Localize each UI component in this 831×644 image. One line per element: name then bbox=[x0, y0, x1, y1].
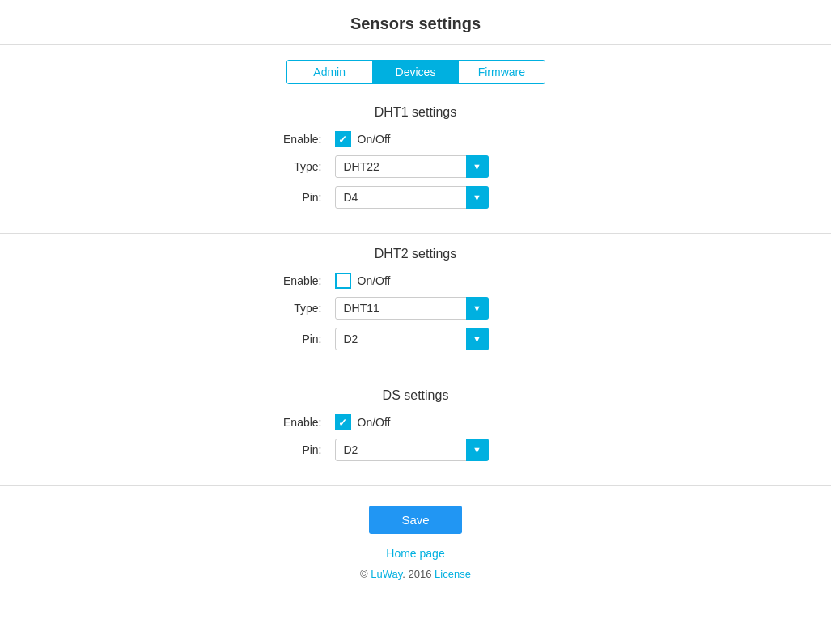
dht1-pin-select[interactable]: D1 D2 D3 D4 D5 D6 D7 D8 bbox=[335, 186, 489, 209]
ds-pin-control: D1 D2 D3 D4 D5 D6 D7 D8 bbox=[335, 439, 578, 461]
ds-pin-row: Pin: D1 D2 D3 D4 D5 D6 D7 D8 bbox=[254, 439, 578, 461]
dht1-title: DHT1 settings bbox=[0, 105, 831, 120]
dht2-enable-row: Enable: On/Off bbox=[254, 273, 578, 289]
dht2-type-control: DHT11 DHT22 bbox=[335, 297, 578, 320]
page-title: Sensors settings bbox=[0, 0, 831, 45]
ds-section: DS settings Enable: On/Off Pin: D1 D2 D3… bbox=[0, 375, 831, 486]
dht2-type-row: Type: DHT11 DHT22 bbox=[254, 297, 578, 320]
dht1-section: DHT1 settings Enable: On/Off Type: DHT11… bbox=[0, 92, 831, 234]
dht2-pin-select[interactable]: D1 D2 D3 D4 D5 D6 D7 D8 bbox=[335, 328, 489, 350]
dht2-title: DHT2 settings bbox=[0, 247, 831, 261]
dht1-enable-text: On/Off bbox=[358, 133, 391, 146]
home-page-link[interactable]: Home page bbox=[0, 547, 831, 560]
dht1-type-control: DHT11 DHT22 bbox=[335, 155, 578, 178]
dht1-type-label: Type: bbox=[254, 160, 335, 173]
dht2-pin-row: Pin: D1 D2 D3 D4 D5 D6 D7 D8 bbox=[254, 328, 578, 350]
tab-admin[interactable]: Admin bbox=[287, 61, 373, 83]
dht1-enable-row: Enable: On/Off bbox=[254, 131, 578, 147]
copyright: © LuWay. 2016 License bbox=[0, 568, 831, 580]
tab-bar: Admin Devices Firmware bbox=[286, 60, 545, 84]
dht2-enable-text: On/Off bbox=[358, 274, 391, 287]
dht2-type-select[interactable]: DHT11 DHT22 bbox=[335, 297, 489, 320]
tab-firmware[interactable]: Firmware bbox=[459, 61, 544, 83]
copyright-prefix: © bbox=[360, 568, 371, 580]
dht2-type-label: Type: bbox=[254, 302, 335, 315]
ds-title: DS settings bbox=[0, 388, 831, 403]
copyright-middle: . 2016 bbox=[402, 568, 435, 580]
dht2-section: DHT2 settings Enable: On/Off Type: DHT11… bbox=[0, 234, 831, 375]
dht1-type-select[interactable]: DHT11 DHT22 bbox=[335, 155, 489, 178]
footer-area: Save Home page © LuWay. 2016 License bbox=[0, 486, 831, 588]
ds-pin-select[interactable]: D1 D2 D3 D4 D5 D6 D7 D8 bbox=[335, 439, 489, 461]
dht1-type-row: Type: DHT11 DHT22 bbox=[254, 155, 578, 178]
ds-pin-select-wrapper: D1 D2 D3 D4 D5 D6 D7 D8 bbox=[335, 439, 489, 461]
dht1-pin-row: Pin: D1 D2 D3 D4 D5 D6 D7 D8 bbox=[254, 186, 578, 209]
dht1-type-select-wrapper: DHT11 DHT22 bbox=[335, 155, 489, 178]
dht2-pin-control: D1 D2 D3 D4 D5 D6 D7 D8 bbox=[335, 328, 578, 350]
ds-pin-label: Pin: bbox=[254, 443, 335, 456]
dht1-pin-control: D1 D2 D3 D4 D5 D6 D7 D8 bbox=[335, 186, 578, 209]
ds-enable-label: Enable: bbox=[254, 416, 335, 429]
ds-enable-checkbox[interactable] bbox=[335, 414, 351, 430]
license-link[interactable]: License bbox=[435, 568, 471, 580]
dht2-enable-control: On/Off bbox=[335, 273, 578, 289]
ds-enable-text: On/Off bbox=[358, 416, 391, 429]
dht2-pin-select-wrapper: D1 D2 D3 D4 D5 D6 D7 D8 bbox=[335, 328, 489, 350]
dht2-pin-label: Pin: bbox=[254, 333, 335, 345]
dht1-enable-control: On/Off bbox=[335, 131, 578, 147]
dht1-enable-label: Enable: bbox=[254, 133, 335, 146]
ds-enable-row: Enable: On/Off bbox=[254, 414, 578, 430]
dht1-enable-checkbox[interactable] bbox=[335, 131, 351, 147]
tab-devices[interactable]: Devices bbox=[373, 61, 459, 83]
luway-link[interactable]: LuWay bbox=[371, 568, 402, 580]
dht2-type-select-wrapper: DHT11 DHT22 bbox=[335, 297, 489, 320]
dht2-enable-checkbox[interactable] bbox=[335, 273, 351, 289]
dht2-enable-label: Enable: bbox=[254, 274, 335, 287]
ds-enable-control: On/Off bbox=[335, 414, 578, 430]
dht1-pin-select-wrapper: D1 D2 D3 D4 D5 D6 D7 D8 bbox=[335, 186, 489, 209]
save-button[interactable]: Save bbox=[369, 506, 461, 534]
dht1-pin-label: Pin: bbox=[254, 191, 335, 204]
